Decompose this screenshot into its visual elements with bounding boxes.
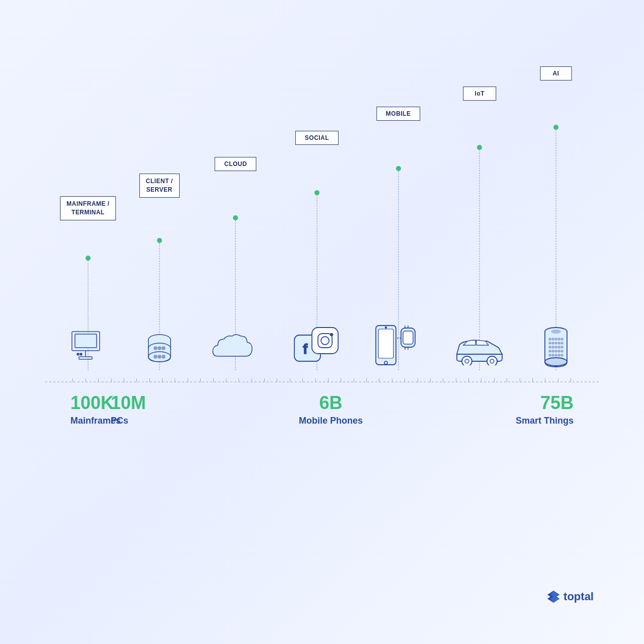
tick	[226, 378, 226, 382]
tick	[443, 378, 443, 382]
svg-point-40	[555, 338, 557, 340]
svg-point-39	[552, 338, 554, 340]
svg-point-51	[558, 346, 560, 348]
tick	[379, 378, 379, 382]
svg-point-12	[154, 355, 157, 358]
svg-rect-26	[403, 331, 413, 344]
tick	[98, 378, 99, 382]
icon-speaker	[536, 324, 576, 371]
toptal-icon	[546, 590, 560, 604]
svg-rect-3	[79, 357, 92, 359]
dot-mobile	[396, 166, 401, 171]
dot-iot	[477, 145, 482, 150]
label-client: CLIENT / SERVER	[139, 174, 180, 198]
tick	[532, 378, 533, 382]
label-social: SOCIAL	[295, 131, 339, 145]
icon-cloud	[208, 330, 263, 367]
tick	[545, 378, 545, 382]
stat-smart: 75B Smart Things	[516, 392, 574, 426]
stat-pcs: 10M PCs	[111, 392, 146, 426]
svg-point-54	[552, 350, 554, 352]
tick	[290, 378, 290, 382]
stat-number-mainframes: 100K	[70, 392, 114, 414]
tick	[149, 378, 150, 382]
svg-point-62	[561, 354, 563, 356]
tick	[341, 378, 341, 382]
svg-point-31	[385, 327, 386, 329]
icon-computer	[68, 329, 108, 366]
svg-point-13	[158, 355, 161, 358]
stat-number-smart: 75B	[540, 392, 574, 414]
svg-point-52	[561, 346, 563, 348]
stat-label-pcs: PCs	[111, 416, 128, 426]
toptal-logo: toptal	[546, 590, 594, 604]
svg-point-55	[555, 350, 557, 352]
tick	[328, 378, 329, 382]
tick	[302, 378, 303, 382]
tick	[405, 378, 405, 382]
svg-point-10	[158, 347, 161, 350]
svg-point-61	[558, 354, 560, 356]
label-cloud: CLOUD	[215, 157, 257, 171]
tick	[200, 378, 201, 382]
tick	[520, 378, 520, 382]
svg-point-46	[558, 342, 560, 344]
svg-point-60	[555, 354, 557, 356]
svg-point-49	[552, 346, 554, 348]
svg-point-5	[80, 353, 82, 355]
svg-point-41	[558, 338, 560, 340]
tick	[213, 378, 214, 382]
stat-label-smart: Smart Things	[516, 416, 574, 426]
stats-section: 100K Mainframes 10M PCs 6B Mobile Phones…	[45, 392, 599, 426]
tick	[468, 378, 469, 382]
svg-point-63	[551, 330, 561, 334]
tick	[456, 378, 456, 382]
svg-point-42	[561, 338, 563, 340]
tick	[494, 378, 495, 382]
tick	[124, 378, 124, 382]
tick	[507, 378, 507, 382]
svg-point-11	[162, 347, 165, 350]
tick	[366, 378, 367, 382]
dot-mainframe	[86, 256, 91, 261]
tick	[136, 378, 137, 382]
svg-point-45	[555, 342, 557, 344]
timeline-section: MAINFRAME / TERMINAL	[45, 70, 599, 382]
icon-mobile	[371, 323, 426, 370]
tick	[430, 378, 431, 382]
svg-point-38	[549, 338, 551, 340]
dot-social	[314, 190, 319, 195]
dot-client	[157, 238, 162, 243]
svg-point-9	[154, 347, 157, 350]
svg-point-59	[552, 354, 554, 356]
svg-point-47	[561, 342, 563, 344]
svg-point-35	[490, 359, 494, 363]
toptal-text: toptal	[564, 590, 594, 603]
tick	[111, 378, 112, 382]
svg-point-50	[555, 346, 557, 348]
tick	[162, 378, 163, 382]
icon-social: f	[292, 325, 342, 367]
dot-ai	[553, 125, 558, 130]
tick	[175, 378, 175, 382]
label-iot: IoT	[463, 87, 496, 101]
label-mainframe: MAINFRAME / TERMINAL	[60, 196, 116, 220]
tick	[238, 378, 239, 382]
svg-rect-29	[378, 329, 393, 358]
tick	[392, 378, 392, 382]
stat-number-mobile: 6B	[319, 392, 343, 414]
stat-number-pcs: 10M	[111, 392, 146, 414]
svg-point-48	[549, 346, 551, 348]
svg-point-56	[558, 350, 560, 352]
svg-point-20	[330, 334, 333, 336]
label-ai: AI	[540, 66, 572, 80]
tick	[264, 378, 265, 382]
tick	[558, 378, 558, 382]
main-container: MAINFRAME / TERMINAL	[0, 0, 644, 644]
tick	[72, 378, 73, 382]
svg-point-14	[162, 355, 165, 358]
tick	[354, 378, 354, 382]
icon-car	[449, 335, 510, 367]
svg-point-43	[549, 342, 551, 344]
tick	[418, 378, 418, 382]
